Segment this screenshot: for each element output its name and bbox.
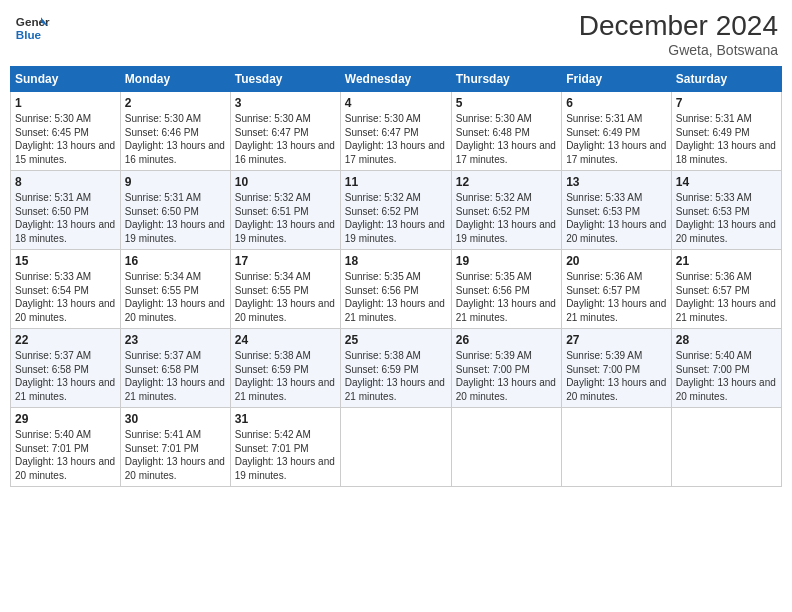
day-cell: 9Sunrise: 5:31 AMSunset: 6:50 PMDaylight… [120,171,230,250]
page-header: General Blue December 2024 Gweta, Botswa… [10,10,782,58]
day-info: Sunrise: 5:32 AMSunset: 6:51 PMDaylight:… [235,191,336,245]
header-wednesday: Wednesday [340,67,451,92]
day-cell: 7Sunrise: 5:31 AMSunset: 6:49 PMDaylight… [671,92,781,171]
day-cell: 23Sunrise: 5:37 AMSunset: 6:58 PMDayligh… [120,329,230,408]
day-info: Sunrise: 5:30 AMSunset: 6:48 PMDaylight:… [456,112,557,166]
day-cell: 17Sunrise: 5:34 AMSunset: 6:55 PMDayligh… [230,250,340,329]
day-number: 23 [125,333,226,347]
day-info: Sunrise: 5:36 AMSunset: 6:57 PMDaylight:… [676,270,777,324]
logo-icon: General Blue [14,10,50,46]
day-cell: 8Sunrise: 5:31 AMSunset: 6:50 PMDaylight… [11,171,121,250]
day-number: 19 [456,254,557,268]
day-info: Sunrise: 5:35 AMSunset: 6:56 PMDaylight:… [456,270,557,324]
day-cell: 27Sunrise: 5:39 AMSunset: 7:00 PMDayligh… [562,329,672,408]
day-number: 9 [125,175,226,189]
day-info: Sunrise: 5:30 AMSunset: 6:46 PMDaylight:… [125,112,226,166]
day-info: Sunrise: 5:36 AMSunset: 6:57 PMDaylight:… [566,270,667,324]
day-cell: 20Sunrise: 5:36 AMSunset: 6:57 PMDayligh… [562,250,672,329]
day-info: Sunrise: 5:40 AMSunset: 7:01 PMDaylight:… [15,428,116,482]
day-cell: 16Sunrise: 5:34 AMSunset: 6:55 PMDayligh… [120,250,230,329]
day-info: Sunrise: 5:32 AMSunset: 6:52 PMDaylight:… [345,191,447,245]
header-saturday: Saturday [671,67,781,92]
day-number: 21 [676,254,777,268]
day-info: Sunrise: 5:38 AMSunset: 6:59 PMDaylight:… [235,349,336,403]
day-info: Sunrise: 5:39 AMSunset: 7:00 PMDaylight:… [456,349,557,403]
day-cell: 10Sunrise: 5:32 AMSunset: 6:51 PMDayligh… [230,171,340,250]
day-number: 24 [235,333,336,347]
day-cell: 22Sunrise: 5:37 AMSunset: 6:58 PMDayligh… [11,329,121,408]
day-info: Sunrise: 5:34 AMSunset: 6:55 PMDaylight:… [125,270,226,324]
day-number: 14 [676,175,777,189]
day-number: 3 [235,96,336,110]
day-number: 8 [15,175,116,189]
day-info: Sunrise: 5:39 AMSunset: 7:00 PMDaylight:… [566,349,667,403]
day-number: 7 [676,96,777,110]
svg-text:General: General [16,15,50,28]
day-number: 12 [456,175,557,189]
day-cell: 19Sunrise: 5:35 AMSunset: 6:56 PMDayligh… [451,250,561,329]
day-number: 30 [125,412,226,426]
day-cell [451,408,561,487]
day-info: Sunrise: 5:32 AMSunset: 6:52 PMDaylight:… [456,191,557,245]
day-number: 16 [125,254,226,268]
day-number: 13 [566,175,667,189]
day-cell: 3Sunrise: 5:30 AMSunset: 6:47 PMDaylight… [230,92,340,171]
day-info: Sunrise: 5:31 AMSunset: 6:49 PMDaylight:… [566,112,667,166]
location: Gweta, Botswana [579,42,778,58]
day-cell: 1Sunrise: 5:30 AMSunset: 6:45 PMDaylight… [11,92,121,171]
title-area: December 2024 Gweta, Botswana [579,10,778,58]
day-number: 29 [15,412,116,426]
day-cell: 5Sunrise: 5:30 AMSunset: 6:48 PMDaylight… [451,92,561,171]
day-cell: 29Sunrise: 5:40 AMSunset: 7:01 PMDayligh… [11,408,121,487]
day-info: Sunrise: 5:30 AMSunset: 6:47 PMDaylight:… [345,112,447,166]
day-number: 2 [125,96,226,110]
header-thursday: Thursday [451,67,561,92]
day-cell: 13Sunrise: 5:33 AMSunset: 6:53 PMDayligh… [562,171,672,250]
day-number: 31 [235,412,336,426]
day-number: 27 [566,333,667,347]
day-info: Sunrise: 5:31 AMSunset: 6:49 PMDaylight:… [676,112,777,166]
day-number: 28 [676,333,777,347]
day-cell: 14Sunrise: 5:33 AMSunset: 6:53 PMDayligh… [671,171,781,250]
svg-text:Blue: Blue [16,28,42,41]
day-number: 20 [566,254,667,268]
day-number: 4 [345,96,447,110]
week-row-2: 8Sunrise: 5:31 AMSunset: 6:50 PMDaylight… [11,171,782,250]
day-cell: 28Sunrise: 5:40 AMSunset: 7:00 PMDayligh… [671,329,781,408]
day-cell: 15Sunrise: 5:33 AMSunset: 6:54 PMDayligh… [11,250,121,329]
header-row: SundayMondayTuesdayWednesdayThursdayFrid… [11,67,782,92]
week-row-4: 22Sunrise: 5:37 AMSunset: 6:58 PMDayligh… [11,329,782,408]
week-row-3: 15Sunrise: 5:33 AMSunset: 6:54 PMDayligh… [11,250,782,329]
day-cell: 24Sunrise: 5:38 AMSunset: 6:59 PMDayligh… [230,329,340,408]
day-number: 6 [566,96,667,110]
day-cell [340,408,451,487]
day-number: 15 [15,254,116,268]
day-cell: 31Sunrise: 5:42 AMSunset: 7:01 PMDayligh… [230,408,340,487]
logo: General Blue [14,10,50,46]
day-cell: 6Sunrise: 5:31 AMSunset: 6:49 PMDaylight… [562,92,672,171]
header-sunday: Sunday [11,67,121,92]
day-number: 5 [456,96,557,110]
day-info: Sunrise: 5:33 AMSunset: 6:53 PMDaylight:… [566,191,667,245]
header-monday: Monday [120,67,230,92]
day-cell: 21Sunrise: 5:36 AMSunset: 6:57 PMDayligh… [671,250,781,329]
day-number: 17 [235,254,336,268]
day-info: Sunrise: 5:35 AMSunset: 6:56 PMDaylight:… [345,270,447,324]
day-info: Sunrise: 5:33 AMSunset: 6:53 PMDaylight:… [676,191,777,245]
day-info: Sunrise: 5:40 AMSunset: 7:00 PMDaylight:… [676,349,777,403]
day-cell: 12Sunrise: 5:32 AMSunset: 6:52 PMDayligh… [451,171,561,250]
day-info: Sunrise: 5:34 AMSunset: 6:55 PMDaylight:… [235,270,336,324]
day-info: Sunrise: 5:31 AMSunset: 6:50 PMDaylight:… [15,191,116,245]
day-number: 18 [345,254,447,268]
day-cell: 26Sunrise: 5:39 AMSunset: 7:00 PMDayligh… [451,329,561,408]
day-info: Sunrise: 5:37 AMSunset: 6:58 PMDaylight:… [125,349,226,403]
day-cell: 30Sunrise: 5:41 AMSunset: 7:01 PMDayligh… [120,408,230,487]
day-info: Sunrise: 5:42 AMSunset: 7:01 PMDaylight:… [235,428,336,482]
day-number: 1 [15,96,116,110]
week-row-1: 1Sunrise: 5:30 AMSunset: 6:45 PMDaylight… [11,92,782,171]
day-cell [671,408,781,487]
day-info: Sunrise: 5:30 AMSunset: 6:45 PMDaylight:… [15,112,116,166]
day-cell: 11Sunrise: 5:32 AMSunset: 6:52 PMDayligh… [340,171,451,250]
day-cell: 2Sunrise: 5:30 AMSunset: 6:46 PMDaylight… [120,92,230,171]
day-info: Sunrise: 5:33 AMSunset: 6:54 PMDaylight:… [15,270,116,324]
